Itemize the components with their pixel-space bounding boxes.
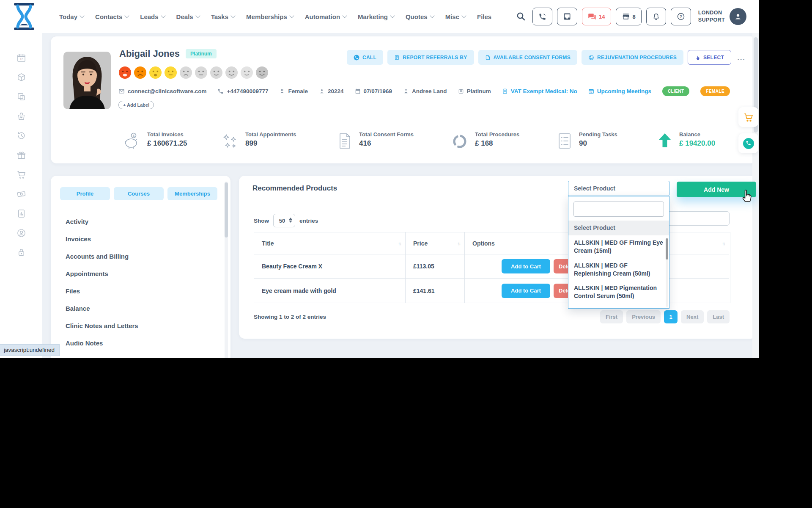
consent-forms-button[interactable]: AVAILABLE CONSENT FORMS [478, 50, 577, 65]
pagination-previous[interactable]: Previous [626, 310, 661, 323]
rating-emoji-2[interactable] [134, 66, 147, 79]
rating-emoji-7[interactable] [210, 66, 223, 79]
user-avatar[interactable] [730, 8, 746, 25]
sidebar-item-account[interactable] [16, 228, 26, 240]
rejuvenation-procedures-button[interactable]: REJUVENATION PROCEDURES [582, 50, 683, 65]
notifications-button[interactable] [646, 8, 666, 25]
tab-memberships[interactable]: Memberships [167, 187, 217, 200]
sidebar-item-calendar[interactable]: 12 [16, 53, 26, 64]
sidebar-item-gifts[interactable] [16, 150, 26, 162]
call-button[interactable]: CALL [347, 50, 383, 65]
chat-notifications-button[interactable]: 14 [582, 8, 611, 25]
svg-text:?: ? [680, 14, 682, 19]
search-icon[interactable] [516, 11, 526, 22]
sidebar-item-payments[interactable] [16, 189, 26, 201]
consent-doc-icon [336, 131, 353, 151]
client-email[interactable]: connect@clinicsoftware.com [118, 88, 206, 94]
rating-emoji-9[interactable] [240, 66, 253, 79]
rating-emoji-3[interactable] [149, 66, 162, 79]
sidebar-item-duplicates[interactable] [16, 92, 26, 103]
more-actions-button[interactable]: ... [737, 53, 745, 62]
nav-item-marketing[interactable]: Marketing [358, 13, 394, 20]
person-badge-icon [319, 88, 325, 94]
column-header-title[interactable]: Title↑↓ [254, 232, 406, 254]
sidebar-item-reports[interactable] [16, 209, 26, 220]
pointer-hand-icon [695, 55, 700, 61]
nav-item-leads[interactable]: Leads [140, 13, 165, 20]
menu-item-audio-notes[interactable]: Audio Notes [66, 334, 218, 352]
client-photo[interactable] [63, 52, 111, 109]
nav-item-today[interactable]: Today [59, 13, 84, 20]
vat-exempt-link[interactable]: VAT Exempt Medical: No [502, 88, 577, 94]
tab-courses[interactable]: Courses [114, 187, 164, 200]
pagination-last[interactable]: Last [707, 310, 730, 323]
panel-scrollbar-thumb[interactable] [225, 182, 228, 237]
dialer-button[interactable] [532, 8, 552, 25]
chevron-down-icon [125, 13, 129, 18]
select-product-control[interactable]: Select Product [568, 181, 669, 196]
sidebar-item-loyalty[interactable] [16, 111, 26, 123]
checklist-icon [556, 131, 573, 151]
nav-item-files[interactable]: Files [477, 13, 491, 20]
dropdown-search-input[interactable] [573, 202, 664, 217]
menu-item-invoices[interactable]: Invoices [66, 230, 218, 248]
rating-emoji-1[interactable] [118, 66, 132, 79]
rating-emoji-6[interactable] [195, 66, 208, 79]
help-button[interactable]: ? [671, 8, 691, 25]
nav-item-automation[interactable]: Automation [305, 13, 346, 20]
top-bar: Today Contacts Leads Deals Tasks Members… [0, 0, 759, 33]
pagination-next[interactable]: Next [681, 310, 704, 323]
menu-item-appointments[interactable]: Appointments [66, 265, 218, 282]
clinicsoftware-logo[interactable] [12, 3, 36, 30]
store-count-badge: 8 [633, 14, 636, 20]
pagination-first[interactable]: First [600, 310, 623, 323]
column-header-price[interactable]: Price↑↓ [406, 232, 465, 254]
chevron-down-icon [161, 13, 165, 18]
add-label-button[interactable]: + Add Label [118, 101, 154, 109]
page-size-control: Show 50 entries [254, 214, 318, 227]
add-to-cart-button[interactable]: Add to Cart [502, 284, 550, 298]
nav-item-tasks[interactable]: Tasks [211, 13, 235, 20]
page-size-select[interactable]: 50 [273, 214, 295, 227]
dropdown-option-placeholder[interactable]: Select Product [568, 221, 669, 235]
dropdown-scrollbar-thumb[interactable] [666, 238, 668, 260]
menu-item-balance[interactable]: Balance [66, 300, 218, 317]
dropdown-option[interactable]: ALLSKIN | MED GF Firming Eye Cream (15ml… [568, 235, 669, 258]
rating-emoji-4[interactable] [164, 66, 177, 79]
add-to-cart-button[interactable]: Add to Cart [502, 259, 550, 273]
rating-emoji-10[interactable] [255, 66, 269, 79]
menu-item-activity[interactable]: Activity [66, 213, 218, 230]
tab-profile[interactable]: Profile [60, 187, 110, 200]
dropdown-option[interactable]: ALLSKIN | MED R Advanced [568, 304, 669, 309]
dropdown-option[interactable]: ALLSKIN | MED GF Replenishing Cream (50m… [568, 258, 669, 281]
menu-item-files[interactable]: Files [66, 282, 218, 300]
menu-item-drinks[interactable]: Drinks [66, 352, 218, 358]
nav-item-misc[interactable]: Misc [445, 13, 466, 20]
nav-item-quotes[interactable]: Quotes [406, 13, 434, 20]
nav-item-memberships[interactable]: Memberships [246, 13, 294, 20]
report-referrals-button[interactable]: REPORT REFERRALS BY [387, 50, 474, 65]
nav-item-contacts[interactable]: Contacts [95, 13, 129, 20]
dropdown-option[interactable]: ALLSKIN | MED Pigmentation Control Serum… [568, 281, 669, 304]
store-button[interactable]: 8 [616, 8, 642, 25]
rating-emoji-5[interactable] [179, 66, 192, 79]
client-tag: CLIENT [662, 86, 690, 96]
gender-icon [279, 88, 285, 94]
sidebar-item-history[interactable] [16, 131, 26, 142]
rating-emoji-8[interactable] [225, 66, 238, 79]
sidebar-item-security[interactable] [16, 248, 26, 259]
sidebar-item-products[interactable] [16, 72, 26, 84]
nav-item-deals[interactable]: Deals [176, 13, 200, 20]
membership-tag-icon [458, 88, 464, 94]
quick-cart-button[interactable] [738, 107, 758, 127]
pagination-page-1[interactable]: 1 [664, 310, 678, 323]
select-button[interactable]: SELECT [688, 50, 731, 65]
menu-item-clinic-notes[interactable]: Clinic Notes and Letters [66, 317, 218, 334]
sidebar-item-cart[interactable] [16, 170, 26, 181]
quick-whatsapp-button[interactable] [738, 133, 758, 153]
stat-balance: Balance£ 19420.00 [656, 131, 715, 151]
upcoming-meetings-link[interactable]: 12Upcoming Meetings [588, 88, 651, 94]
inbox-button[interactable] [557, 8, 577, 25]
menu-item-accounts-billing[interactable]: Accounts and Billing [66, 248, 218, 265]
client-phone[interactable]: +447490009777 [217, 88, 268, 94]
